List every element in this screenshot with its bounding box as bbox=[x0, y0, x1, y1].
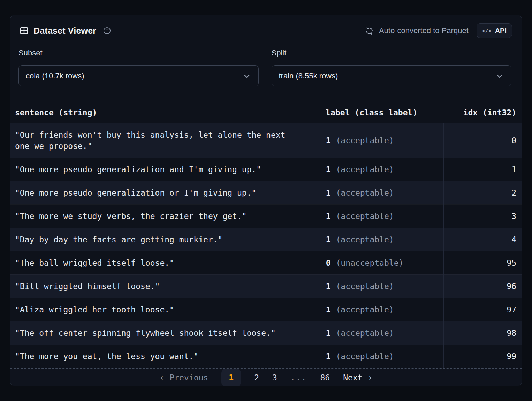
chevron-right-icon: › bbox=[368, 373, 373, 383]
info-icon[interactable] bbox=[103, 27, 111, 35]
label-value: 1 bbox=[326, 305, 331, 314]
table-row: "Bill wriggled himself loose." 1(accepta… bbox=[10, 274, 522, 298]
label-value: 1 bbox=[326, 235, 331, 244]
column-header-sentence[interactable]: sentence (string) bbox=[10, 102, 320, 123]
data-table-wrap: sentence (string) label (class label) id… bbox=[10, 102, 522, 369]
label-class-name: (unacceptable) bbox=[336, 258, 404, 267]
pagination: ‹ Previous 123...86 Next › bbox=[10, 369, 522, 387]
selectors-row: Subset cola (10.7k rows) Split train (8.… bbox=[10, 38, 522, 86]
label-cell: 1(acceptable) bbox=[320, 123, 443, 158]
label-cell: 1(acceptable) bbox=[320, 181, 443, 204]
table-row: "Aliza wriggled her tooth loose." 1(acce… bbox=[10, 298, 522, 321]
sentence-cell: "Our friends won't buy this analysis, le… bbox=[10, 123, 320, 158]
idx-cell: 96 bbox=[443, 274, 522, 298]
idx-cell: 4 bbox=[443, 228, 522, 251]
label-cell: 1(acceptable) bbox=[320, 321, 443, 345]
table-row: "The more you eat, the less you want." 1… bbox=[10, 345, 522, 368]
label-value: 1 bbox=[326, 282, 331, 291]
label-class-name: (acceptable) bbox=[336, 235, 394, 244]
label-cell: 1(acceptable) bbox=[320, 158, 443, 181]
table-row: "The more we study verbs, the crazier th… bbox=[10, 204, 522, 228]
subset-group: Subset cola (10.7k rows) bbox=[18, 48, 259, 86]
idx-cell: 99 bbox=[443, 345, 522, 368]
page-ellipsis: ... bbox=[290, 373, 307, 382]
next-label: Next bbox=[343, 373, 362, 382]
code-icon: </> bbox=[482, 28, 491, 34]
label-value: 1 bbox=[326, 188, 331, 197]
auto-converted-link[interactable]: Auto-converted bbox=[379, 26, 431, 35]
page-number[interactable]: 86 bbox=[320, 373, 330, 382]
label-cell: 1(acceptable) bbox=[320, 204, 443, 228]
column-header-label[interactable]: label (class label) bbox=[320, 102, 443, 123]
label-value: 1 bbox=[326, 328, 331, 338]
split-label: Split bbox=[272, 48, 512, 58]
api-button[interactable]: </> API bbox=[477, 23, 512, 38]
sentence-cell: "The off center spinning flywheel shook … bbox=[10, 321, 320, 345]
dataset-viewer-card: Dataset Viewer Auto-converted to Parquet bbox=[10, 15, 522, 386]
table-body: "Our friends won't buy this analysis, le… bbox=[10, 123, 522, 368]
label-value: 0 bbox=[326, 258, 331, 267]
table-row: "One more pseudo generalization or I'm g… bbox=[10, 181, 522, 204]
sentence-cell: "The ball wriggled itself loose." bbox=[10, 251, 320, 274]
auto-converted-suffix: to Parquet bbox=[431, 26, 469, 35]
label-class-name: (acceptable) bbox=[336, 305, 394, 314]
subset-select[interactable]: cola (10.7k rows) bbox=[18, 65, 259, 86]
sentence-cell: "Bill wriggled himself loose." bbox=[10, 274, 320, 298]
idx-cell: 97 bbox=[443, 298, 522, 321]
sentence-cell: "The more we study verbs, the crazier th… bbox=[10, 204, 320, 228]
chevron-left-icon: ‹ bbox=[159, 373, 164, 383]
chevron-down-icon bbox=[495, 71, 504, 81]
label-cell: 0(unacceptable) bbox=[320, 251, 443, 274]
card-header: Dataset Viewer Auto-converted to Parquet bbox=[10, 15, 522, 38]
idx-cell: 0 bbox=[443, 123, 522, 158]
label-class-name: (acceptable) bbox=[336, 282, 394, 291]
table-row: "The ball wriggled itself loose." 0(unac… bbox=[10, 251, 522, 274]
split-group: Split train (8.55k rows) bbox=[272, 48, 512, 86]
page-number[interactable]: 3 bbox=[272, 373, 277, 382]
table-grid-icon bbox=[19, 26, 29, 36]
previous-label: Previous bbox=[169, 373, 208, 382]
label-cell: 1(acceptable) bbox=[320, 274, 443, 298]
sentence-cell: "Day by day the facts are getting murkie… bbox=[10, 228, 320, 251]
label-class-name: (acceptable) bbox=[336, 165, 394, 174]
split-selected-value: train (8.55k rows) bbox=[279, 71, 338, 81]
sentence-cell: "Aliza wriggled her tooth loose." bbox=[10, 298, 320, 321]
next-page-button[interactable]: Next › bbox=[343, 373, 373, 383]
label-class-name: (acceptable) bbox=[336, 352, 394, 361]
label-cell: 1(acceptable) bbox=[320, 228, 443, 251]
sentence-cell: "One more pseudo generalization and I'm … bbox=[10, 158, 320, 181]
page-number-list: 123...86 bbox=[221, 369, 330, 387]
label-class-name: (acceptable) bbox=[336, 136, 394, 145]
label-value: 1 bbox=[326, 352, 331, 361]
idx-cell: 3 bbox=[443, 204, 522, 228]
label-class-name: (acceptable) bbox=[336, 188, 394, 197]
table-header-row: sentence (string) label (class label) id… bbox=[10, 102, 522, 123]
column-header-idx[interactable]: idx (int32) bbox=[443, 102, 522, 123]
api-button-label: API bbox=[495, 27, 507, 35]
auto-converted-text: Auto-converted to Parquet bbox=[379, 26, 469, 35]
idx-cell: 1 bbox=[443, 158, 522, 181]
label-value: 1 bbox=[326, 165, 331, 174]
sync-icon bbox=[365, 27, 374, 35]
subset-label: Subset bbox=[18, 48, 259, 58]
subset-selected-value: cola (10.7k rows) bbox=[26, 71, 84, 81]
page-number-current[interactable]: 1 bbox=[221, 369, 241, 387]
data-table: sentence (string) label (class label) id… bbox=[10, 102, 522, 368]
idx-cell: 2 bbox=[443, 181, 522, 204]
sentence-cell: "One more pseudo generalization or I'm g… bbox=[10, 181, 320, 204]
page-title: Dataset Viewer bbox=[33, 26, 96, 36]
table-row: "One more pseudo generalization and I'm … bbox=[10, 158, 522, 181]
sentence-cell: "The more you eat, the less you want." bbox=[10, 345, 320, 368]
label-class-name: (acceptable) bbox=[336, 212, 394, 221]
previous-page-button[interactable]: ‹ Previous bbox=[159, 373, 208, 383]
page-number[interactable]: 2 bbox=[254, 373, 259, 382]
label-cell: 1(acceptable) bbox=[320, 298, 443, 321]
label-value: 1 bbox=[326, 136, 331, 145]
label-value: 1 bbox=[326, 212, 331, 221]
split-select[interactable]: train (8.55k rows) bbox=[272, 65, 512, 86]
label-class-name: (acceptable) bbox=[336, 328, 394, 338]
table-row: "The off center spinning flywheel shook … bbox=[10, 321, 522, 345]
label-cell: 1(acceptable) bbox=[320, 345, 443, 368]
idx-cell: 98 bbox=[443, 321, 522, 345]
chevron-down-icon bbox=[242, 71, 251, 81]
